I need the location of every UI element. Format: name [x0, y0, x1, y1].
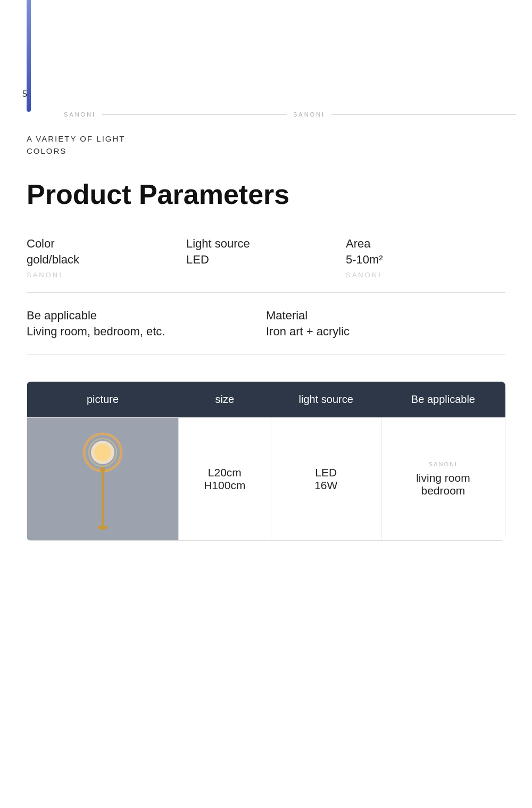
lamp-illustration [71, 426, 135, 532]
table-header-row: picture size light source Be applicable [27, 382, 505, 418]
divider-left [102, 114, 287, 115]
params-row-2: Be applicable Living room, bedroom, etc.… [27, 309, 505, 355]
table-cell-applicable: SANONI living room bedroom [381, 418, 505, 541]
light-line2: 16W [314, 479, 337, 491]
table-applicable-line1: living room [416, 472, 470, 484]
table-header: picture size light source Be applicable [27, 382, 505, 418]
svg-point-6 [100, 467, 105, 472]
light-source-value: LED [186, 253, 346, 267]
page-number: 5 [22, 89, 27, 99]
applicable-value: Living room, bedroom, etc. [27, 325, 266, 339]
light-line1: LED [315, 466, 337, 479]
table-applicable-watermark: SANONI [392, 461, 494, 467]
area-label: Area [346, 237, 505, 251]
size-line2: H100cm [204, 479, 245, 491]
table-cell-picture [27, 418, 179, 541]
col-header-picture: picture [27, 382, 179, 418]
param-applicable: Be applicable Living room, bedroom, etc. [27, 309, 266, 339]
param-material: Material Iron art + acrylic [266, 309, 505, 339]
param-light-source: Light source LED [186, 237, 346, 267]
color-label: Color [27, 237, 186, 251]
param-color: Color gold/black SANONI [27, 237, 186, 279]
product-parameters-title: Product Parameters [27, 178, 505, 210]
sanoni-right-watermark: SANONI [293, 111, 325, 118]
accent-bar [27, 0, 31, 112]
sanoni-left-watermark: SANONI [64, 111, 96, 118]
param-area: Area 5-10m² SANONI [346, 237, 505, 279]
product-table: picture size light source Be applicable [27, 382, 505, 541]
svg-point-2 [94, 444, 111, 461]
svg-point-5 [97, 525, 108, 530]
params-row-1: Color gold/black SANONI Light source LED… [27, 237, 505, 293]
area-value: 5-10m² [346, 253, 505, 267]
variety-line2: COLORS [27, 146, 66, 155]
divider-right [331, 114, 516, 115]
variety-line1: A VARIETY OF LIGHT [27, 134, 125, 143]
col-header-light-source: light source [271, 382, 381, 418]
light-source-label: Light source [186, 237, 346, 251]
material-label: Material [266, 309, 505, 323]
header-area: SANONI SANONI [0, 106, 532, 122]
table-body: L20cm H100cm LED 16W SANONI living room … [27, 418, 505, 541]
color-watermark: SANONI [27, 271, 186, 279]
main-content: A VARIETY OF LIGHT COLORS Product Parame… [27, 133, 505, 541]
col-header-applicable: Be applicable [381, 382, 505, 418]
table-cell-light: LED 16W [271, 418, 381, 541]
size-line1: L20cm [208, 466, 242, 479]
color-value: gold/black [27, 253, 186, 267]
applicable-label: Be applicable [27, 309, 266, 323]
table-row: L20cm H100cm LED 16W SANONI living room … [27, 418, 505, 541]
variety-text: A VARIETY OF LIGHT COLORS [27, 133, 505, 157]
material-value: Iron art + acrylic [266, 325, 505, 339]
table-applicable-line2: bedroom [421, 484, 465, 497]
lamp-image [27, 418, 178, 540]
table-cell-size: L20cm H100cm [179, 418, 271, 541]
area-watermark: SANONI [346, 271, 505, 279]
col-header-size: size [179, 382, 271, 418]
